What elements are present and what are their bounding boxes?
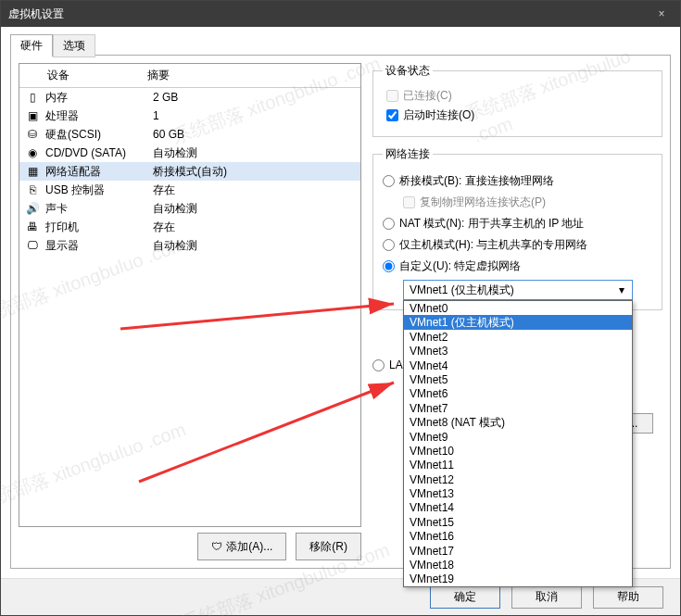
header-device: 设备 [19, 68, 147, 83]
device-name: 硬盘(SCSI) [45, 127, 153, 143]
device-buttons: 🛡 添加(A)... 移除(R) [19, 533, 361, 560]
device-row[interactable]: ⛁硬盘(SCSI)60 GB [19, 125, 360, 144]
network-connection-group: 网络连接 桥接模式(B): 直接连接物理网络 复制物理网络连接状态(P) NAT… [372, 146, 662, 310]
connect-on-start-checkbox[interactable]: 启动时连接(O) [386, 107, 652, 123]
device-row[interactable]: ⎘USB 控制器存在 [19, 181, 360, 199]
radio-custom-label: 自定义(U): 特定虚拟网络 [399, 258, 521, 274]
device-name: 声卡 [45, 201, 153, 217]
device-list-header: 设备 摘要 [19, 64, 360, 88]
sound-icon: 🔊 [25, 201, 40, 216]
cancel-button[interactable]: 取消 [511, 586, 582, 609]
device-name: CD/DVD (SATA) [45, 146, 153, 159]
add-label: 添加(A)... [226, 539, 272, 555]
connected-input [386, 90, 398, 102]
device-row[interactable]: ▯内存2 GB [19, 88, 360, 107]
connect-on-start-input[interactable] [386, 109, 398, 121]
dropdown-option[interactable]: VMnet8 (NAT 模式) [404, 415, 632, 429]
device-summary: 2 GB [153, 91, 360, 104]
status-legend: 设备状态 [383, 63, 433, 79]
titlebar: 虚拟机设置 × [1, 1, 680, 27]
device-summary: 自动检测 [153, 145, 360, 161]
device-row[interactable]: ▣处理器1 [19, 107, 360, 125]
device-summary: 桥接模式(自动) [153, 164, 360, 180]
device-name: 处理器 [45, 108, 153, 124]
radio-bridged[interactable]: 桥接模式(B): 直接连接物理网络 [383, 173, 652, 189]
cancel-label: 取消 [536, 589, 558, 605]
radio-custom-input[interactable] [383, 260, 395, 272]
device-row[interactable]: 🔊声卡自动检测 [19, 199, 360, 218]
dropdown-option[interactable]: VMnet15 [404, 515, 632, 529]
device-row[interactable]: ◉CD/DVD (SATA)自动检测 [19, 144, 360, 162]
tab-hardware[interactable]: 硬件 [10, 34, 53, 57]
tab-options[interactable]: 选项 [53, 34, 95, 57]
hdd-icon: ⛁ [25, 127, 40, 142]
device-summary: 1 [153, 109, 360, 122]
remove-button[interactable]: 移除(R) [296, 533, 361, 560]
dropdown-option[interactable]: VMnet19 [404, 572, 632, 585]
usb-icon: ⎘ [25, 182, 40, 197]
device-name: 网络适配器 [45, 164, 153, 180]
radio-custom[interactable]: 自定义(U): 特定虚拟网络 [383, 258, 652, 274]
cpu-icon: ▣ [25, 108, 40, 123]
window-title: 虚拟机设置 [8, 6, 650, 22]
device-list: 设备 摘要 ▯内存2 GB▣处理器1⛁硬盘(SCSI)60 GB◉CD/DVD … [19, 63, 361, 527]
dropdown-option[interactable]: VMnet17 [404, 544, 632, 558]
radio-hostonly-label: 仅主机模式(H): 与主机共享的专用网络 [399, 237, 587, 253]
dropdown-option[interactable]: VMnet10 [404, 444, 632, 458]
dropdown-option[interactable]: VMnet18 [404, 558, 632, 572]
dropdown-list[interactable]: VMnet0VMnet1 (仅主机模式)VMnet2VMnet3VMnet4VM… [403, 300, 633, 587]
dropdown-option[interactable]: VMnet0 [404, 301, 632, 315]
dropdown-option[interactable]: VMnet13 [404, 486, 632, 500]
dropdown-option[interactable]: VMnet5 [404, 372, 632, 386]
dropdown-option[interactable]: VMnet12 [404, 472, 632, 486]
right-pane: 设备状态 已连接(C) 启动时连接(O) 网络连接 桥接模式(B): 直接连接物… [372, 63, 662, 560]
dropdown-option[interactable]: VMnet14 [404, 500, 632, 514]
radio-bridged-label: 桥接模式(B): 直接连接物理网络 [399, 173, 554, 189]
device-row[interactable]: 🖵显示器自动检测 [19, 236, 360, 255]
custom-network-select[interactable]: VMnet1 (仅主机模式) ▾ VMnet0VMnet1 (仅主机模式)VMn… [403, 280, 652, 300]
radio-lan-input[interactable] [372, 359, 385, 371]
tab-panel: 设备 摘要 ▯内存2 GB▣处理器1⛁硬盘(SCSI)60 GB◉CD/DVD … [10, 55, 671, 569]
left-pane: 设备 摘要 ▯内存2 GB▣处理器1⛁硬盘(SCSI)60 GB◉CD/DVD … [19, 63, 361, 560]
replicate-input [403, 196, 415, 208]
device-name: USB 控制器 [45, 182, 153, 198]
dropdown-option[interactable]: VMnet7 [404, 401, 632, 415]
device-row[interactable]: ▦网络适配器桥接模式(自动) [19, 162, 360, 181]
select-value: VMnet1 (仅主机模式) [410, 283, 514, 298]
device-row[interactable]: 🖶打印机存在 [19, 218, 360, 236]
help-button[interactable]: 帮助 [593, 586, 663, 609]
radio-nat[interactable]: NAT 模式(N): 用于共享主机的 IP 地址 [383, 216, 652, 232]
device-summary: 自动检测 [153, 238, 360, 254]
ok-button[interactable]: 确定 [430, 586, 500, 609]
dropdown-option[interactable]: VMnet9 [404, 430, 632, 444]
device-name: 打印机 [45, 220, 153, 235]
device-summary: 60 GB [153, 128, 360, 141]
select-box[interactable]: VMnet1 (仅主机模式) ▾ [403, 280, 633, 300]
header-summary: 摘要 [147, 68, 360, 83]
chevron-down-icon[interactable]: ▾ [613, 282, 630, 298]
dropdown-option[interactable]: VMnet4 [404, 358, 632, 372]
shield-icon: 🛡 [211, 540, 222, 553]
dropdown-option[interactable]: VMnet3 [404, 344, 632, 358]
connect-on-start-label: 启动时连接(O) [403, 107, 474, 123]
dropdown-option[interactable]: VMnet2 [404, 330, 632, 344]
replicate-checkbox: 复制物理网络连接状态(P) [403, 195, 652, 210]
dropdown-option[interactable]: VMnet6 [404, 386, 632, 400]
dropdown-option[interactable]: VMnet11 [404, 458, 632, 471]
replicate-label: 复制物理网络连接状态(P) [420, 195, 546, 210]
cd-icon: ◉ [25, 145, 40, 160]
device-summary: 存在 [153, 182, 360, 198]
net-icon: ▦ [25, 164, 40, 179]
radio-hostonly[interactable]: 仅主机模式(H): 与主机共享的专用网络 [383, 237, 652, 253]
memory-icon: ▯ [25, 90, 40, 105]
add-button[interactable]: 🛡 添加(A)... [197, 533, 286, 560]
radio-hostonly-input[interactable] [383, 239, 395, 251]
close-icon[interactable]: × [650, 7, 673, 20]
dropdown-option[interactable]: VMnet16 [404, 529, 632, 543]
ok-label: 确定 [454, 589, 476, 605]
radio-nat-input[interactable] [383, 218, 395, 230]
dropdown-option[interactable]: VMnet1 (仅主机模式) [404, 315, 632, 329]
radio-bridged-input[interactable] [383, 175, 395, 187]
device-name: 显示器 [45, 238, 153, 254]
radio-nat-label: NAT 模式(N): 用于共享主机的 IP 地址 [399, 216, 584, 232]
